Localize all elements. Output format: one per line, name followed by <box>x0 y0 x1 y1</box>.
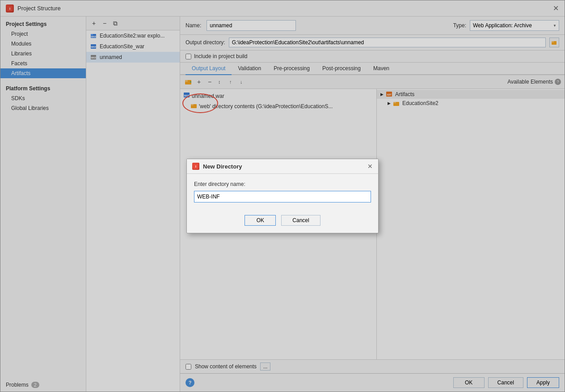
modal-overlay: I New Directory ✕ Enter directory name: … <box>0 0 565 392</box>
modal-app-icon: I <box>192 163 199 170</box>
modal-title: New Directory <box>203 163 364 170</box>
modal-close-button[interactable]: ✕ <box>367 163 373 170</box>
svg-text:I: I <box>195 165 196 168</box>
modal-buttons: OK Cancel <box>187 210 378 233</box>
modal-title-bar: I New Directory ✕ <box>187 159 378 174</box>
modal-body: Enter directory name: <box>187 174 378 210</box>
new-directory-dialog: I New Directory ✕ Enter directory name: … <box>186 159 379 233</box>
modal-ok-button[interactable]: OK <box>245 215 276 226</box>
directory-name-label: Enter directory name: <box>194 181 371 187</box>
directory-name-input[interactable] <box>194 191 371 202</box>
main-window: I Project Structure ✕ Project Settings P… <box>0 0 565 392</box>
modal-cancel-button[interactable]: Cancel <box>281 215 320 226</box>
